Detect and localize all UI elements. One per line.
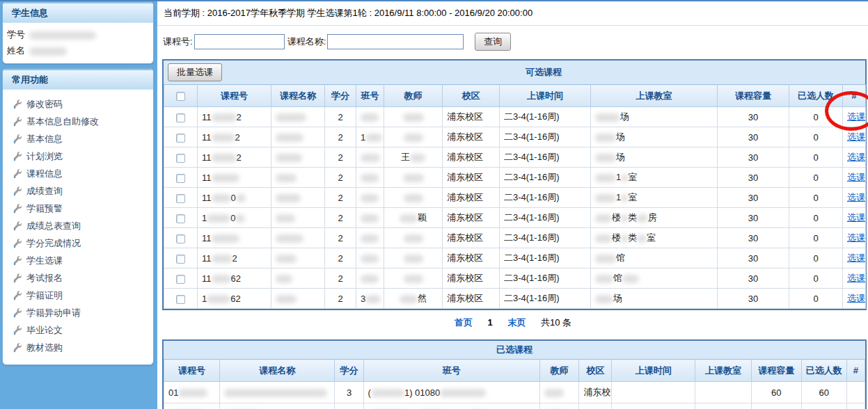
- wrench-icon: [13, 186, 22, 196]
- redacted-text: [276, 154, 302, 162]
- select-course-link[interactable]: 选课: [847, 131, 865, 142]
- sidebar-item-label: 成绩总表查询: [26, 220, 81, 232]
- cell-campus: 浦东校区: [443, 268, 500, 289]
- select-course-link[interactable]: 选课: [847, 192, 865, 202]
- col-header-capacity: 课程容量: [718, 85, 789, 107]
- cell-room: 馆: [591, 248, 718, 268]
- sidebar-item-学籍预警[interactable]: 学籍预警: [3, 200, 153, 217]
- cell-cls: [356, 147, 384, 168]
- sidebar-item-学籍异动申请[interactable]: 学籍异动申请: [3, 304, 153, 321]
- redacted-text: [595, 234, 612, 243]
- col-header-enrolled: 已选人数: [789, 85, 843, 107]
- redacted-text: [212, 174, 239, 182]
- select-course-link[interactable]: 选课: [847, 172, 865, 182]
- cell-enrolled: 0: [789, 168, 843, 188]
- cell-enrolled: 0: [789, 107, 843, 127]
- sidebar-item-学分完成情况[interactable]: 学分完成情况: [3, 234, 153, 252]
- sidebar-item-课程信息[interactable]: 课程信息: [3, 165, 153, 182]
- wrench-icon: [13, 239, 22, 248]
- sidebar-item-修改密码[interactable]: 修改密码: [3, 95, 153, 113]
- cell-name: [271, 107, 325, 127]
- page-top-border: [0, 0, 868, 1]
- cell-cb: [164, 107, 198, 127]
- select-course-link[interactable]: 选课: [847, 232, 865, 243]
- cell-cb: [164, 248, 198, 268]
- sidebar-item-考试报名[interactable]: 考试报名: [3, 269, 153, 287]
- query-button[interactable]: 查询: [475, 33, 511, 51]
- cell-no: 162: [198, 289, 271, 309]
- row-checkbox[interactable]: [176, 295, 185, 304]
- first-page-link[interactable]: 首页: [455, 317, 473, 328]
- cell-enrolled: 0: [789, 248, 843, 268]
- cell-capacity: 60: [751, 403, 801, 409]
- table-row: 1122浦东校区二3-4(1-16周)场300选课: [164, 107, 866, 127]
- cell-enrolled: 0: [789, 127, 843, 147]
- sidebar-item-基本信息自助修改[interactable]: 基本信息自助修改: [3, 113, 153, 130]
- functions-title: 常用功能: [3, 69, 153, 90]
- cell-teacher: [384, 127, 443, 147]
- cell-room: 场: [591, 147, 718, 168]
- redacted-text: [595, 275, 613, 283]
- redacted-text: [361, 234, 379, 243]
- cell-room: 场: [591, 289, 718, 309]
- cell-credit: 2: [325, 248, 356, 268]
- sidebar-item-label: 修改密码: [26, 98, 63, 111]
- cell-credit: 2: [325, 268, 356, 289]
- redacted-text: [361, 194, 379, 202]
- select-course-link[interactable]: 选课: [847, 152, 865, 162]
- row-checkbox[interactable]: [176, 234, 185, 243]
- redacted-text: [276, 255, 297, 263]
- redacted-text: [235, 214, 245, 223]
- student-info-fields: 学号姓名: [3, 23, 153, 63]
- select-all-checkbox[interactable]: [176, 92, 185, 101]
- row-checkbox[interactable]: [176, 255, 185, 264]
- wrench-icon: [13, 273, 22, 283]
- col-header-cb: [164, 85, 198, 107]
- row-checkbox[interactable]: [176, 214, 185, 223]
- select-course-link[interactable]: 选课: [847, 252, 865, 263]
- cell-time: 二3-4(1-16周): [500, 107, 591, 127]
- select-course-link[interactable]: 选课: [847, 111, 865, 122]
- cell-cls: (1) 01080: [363, 382, 540, 403]
- sidebar-item-label: 基本信息: [26, 133, 63, 145]
- sidebar-item-教材选购[interactable]: 教材选购: [3, 339, 153, 356]
- redacted-text: [212, 113, 237, 122]
- sidebar-item-学生选课[interactable]: 学生选课: [3, 252, 153, 269]
- row-checkbox[interactable]: [176, 275, 185, 284]
- last-page-link[interactable]: 末页: [507, 317, 526, 328]
- cell-credit: 2: [325, 228, 356, 248]
- redacted-text: [595, 295, 613, 303]
- cell-action: 选课: [843, 228, 866, 248]
- divider: [157, 25, 868, 26]
- sidebar-item-label: 成绩查询: [26, 185, 63, 198]
- sidebar-item-毕业论文[interactable]: 毕业论文: [3, 321, 153, 339]
- wrench-icon: [13, 152, 22, 161]
- cell-campus: 浦东校区: [443, 188, 500, 208]
- sidebar-item-基本信息[interactable]: 基本信息: [3, 130, 153, 147]
- redacted-value: [29, 47, 67, 56]
- main-content: 当前学期 : 2016-2017学年秋季学期 学生选课第1轮 : 2016/9/…: [157, 1, 868, 409]
- select-course-link[interactable]: 选课: [847, 212, 865, 223]
- select-course-link[interactable]: 选课: [847, 273, 865, 283]
- sidebar-item-label: 学分完成情况: [26, 237, 81, 250]
- cell-cb: [164, 168, 198, 188]
- select-course-link[interactable]: 选课: [847, 293, 865, 303]
- sidebar-item-成绩总表查询[interactable]: 成绩总表查询: [3, 217, 153, 234]
- redacted-text: [400, 214, 418, 223]
- batch-select-button[interactable]: 批量选课: [168, 63, 222, 81]
- row-checkbox[interactable]: [176, 194, 185, 203]
- sidebar-item-计划浏览[interactable]: 计划浏览: [3, 147, 153, 165]
- cell-teacher: [384, 188, 443, 208]
- row-checkbox[interactable]: [176, 134, 185, 143]
- cell-name: [271, 127, 325, 147]
- row-checkbox[interactable]: [176, 154, 185, 163]
- sidebar-item-学籍证明[interactable]: 学籍证明: [3, 287, 153, 304]
- row-checkbox[interactable]: [176, 113, 185, 122]
- course-no-input[interactable]: [194, 34, 285, 49]
- redacted-text: [212, 134, 235, 142]
- redacted-text: [276, 174, 297, 182]
- row-checkbox[interactable]: [176, 174, 185, 183]
- redacted-text: [276, 113, 306, 122]
- sidebar-item-成绩查询[interactable]: 成绩查询: [3, 182, 153, 200]
- course-name-input[interactable]: [327, 34, 464, 49]
